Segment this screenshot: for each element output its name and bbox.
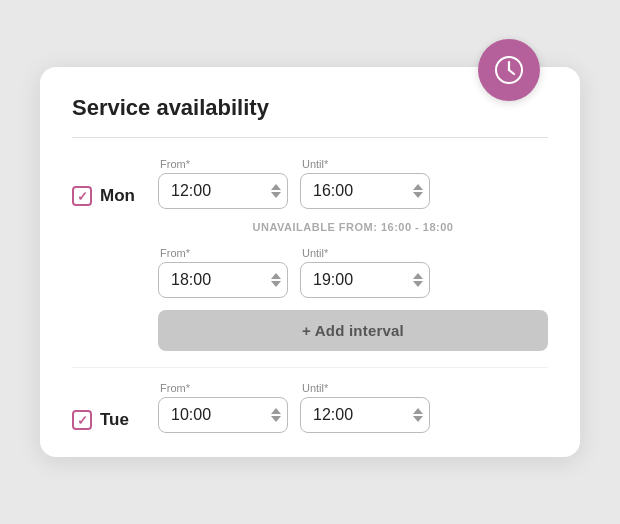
mon-until-select-2[interactable]: 19:00 xyxy=(300,262,430,298)
mon-until-value-2: 19:00 xyxy=(313,271,353,289)
mon-until-field-1: Until* 16:00 xyxy=(300,158,430,209)
tue-until-label-1: Until* xyxy=(300,382,430,394)
mon-from-arrow-down-1[interactable] xyxy=(271,192,281,198)
tue-from-value-1: 10:00 xyxy=(171,406,211,424)
tue-checkbox[interactable]: ✓ xyxy=(72,410,92,430)
mon-until-arrow-down-2[interactable] xyxy=(413,281,423,287)
mon-until-label-2: Until* xyxy=(300,247,430,259)
tue-until-value-1: 12:00 xyxy=(313,406,353,424)
mon-until-arrow-up-1[interactable] xyxy=(413,184,423,190)
svg-line-2 xyxy=(509,70,514,74)
mon-until-value-1: 16:00 xyxy=(313,182,353,200)
mon-until-spinner-1[interactable] xyxy=(413,184,423,198)
mon-until-spinner-2[interactable] xyxy=(413,273,423,287)
mon-from-field-1: From* 12:00 xyxy=(158,158,288,209)
mon-from-select-2[interactable]: 18:00 xyxy=(158,262,288,298)
mon-from-arrow-up-2[interactable] xyxy=(271,273,281,279)
service-availability-card: Service availability ✓ Mon From* 12:00 xyxy=(40,67,580,457)
tue-until-spinner-1[interactable] xyxy=(413,408,423,422)
mon-from-select-1[interactable]: 12:00 xyxy=(158,173,288,209)
tue-label: Tue xyxy=(100,410,129,430)
mon-from-arrow-down-2[interactable] xyxy=(271,281,281,287)
tue-until-field-1: Until* 12:00 xyxy=(300,382,430,433)
add-interval-button[interactable]: + Add interval xyxy=(158,310,548,351)
mon-unavailable-notice: UNAVAILABLE FROM: 16:00 - 18:00 xyxy=(158,221,548,233)
clock-icon xyxy=(478,39,540,101)
mon-until-arrow-up-2[interactable] xyxy=(413,273,423,279)
tue-until-arrow-down-1[interactable] xyxy=(413,416,423,422)
mon-until-field-2: Until* 19:00 xyxy=(300,247,430,298)
mon-from-arrow-up-1[interactable] xyxy=(271,184,281,190)
tue-from-select-1[interactable]: 10:00 xyxy=(158,397,288,433)
tuesday-row: ✓ Tue From* 10:00 xyxy=(72,367,548,433)
mon-from-value-1: 12:00 xyxy=(171,182,211,200)
mon-interval-1: From* 12:00 Until* 16:00 xyxy=(158,158,548,209)
mon-checkmark: ✓ xyxy=(77,189,88,204)
mon-interval-2: From* 18:00 Until* 19:00 xyxy=(158,247,548,298)
mon-from-spinner-2[interactable] xyxy=(271,273,281,287)
tue-from-label-1: From* xyxy=(158,382,288,394)
mon-from-field-2: From* 18:00 xyxy=(158,247,288,298)
tue-check-label: ✓ Tue xyxy=(72,382,142,430)
tue-from-arrow-up-1[interactable] xyxy=(271,408,281,414)
mon-until-label-1: Until* xyxy=(300,158,430,170)
tue-intervals: From* 10:00 Until* 12:00 xyxy=(158,382,548,433)
mon-until-arrow-down-1[interactable] xyxy=(413,192,423,198)
mon-label: Mon xyxy=(100,186,135,206)
tue-from-field-1: From* 10:00 xyxy=(158,382,288,433)
mon-checkbox[interactable]: ✓ xyxy=(72,186,92,206)
tue-checkmark: ✓ xyxy=(77,413,88,428)
tue-from-arrow-down-1[interactable] xyxy=(271,416,281,422)
mon-until-select-1[interactable]: 16:00 xyxy=(300,173,430,209)
mon-from-spinner-1[interactable] xyxy=(271,184,281,198)
monday-row: ✓ Mon From* 12:00 xyxy=(72,158,548,351)
card-wrapper: Service availability ✓ Mon From* 12:00 xyxy=(40,67,580,457)
mon-from-label-1: From* xyxy=(158,158,288,170)
mon-from-label-2: From* xyxy=(158,247,288,259)
tue-until-select-1[interactable]: 12:00 xyxy=(300,397,430,433)
mon-from-value-2: 18:00 xyxy=(171,271,211,289)
tue-from-spinner-1[interactable] xyxy=(271,408,281,422)
mon-intervals: From* 12:00 Until* 16:00 xyxy=(158,158,548,351)
card-title: Service availability xyxy=(72,95,548,121)
tue-until-arrow-up-1[interactable] xyxy=(413,408,423,414)
mon-check-label: ✓ Mon xyxy=(72,158,142,206)
divider xyxy=(72,137,548,138)
tue-interval-1: From* 10:00 Until* 12:00 xyxy=(158,382,548,433)
